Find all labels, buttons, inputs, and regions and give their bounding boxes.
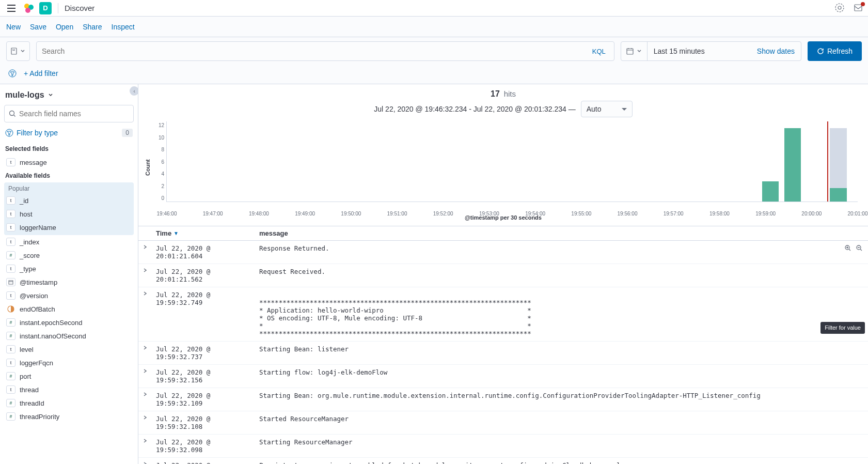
show-dates-link[interactable]: Show dates	[751, 47, 801, 55]
svg-rect-7	[627, 49, 633, 54]
newsfeed-icon[interactable]	[854, 3, 864, 13]
field-threadId[interactable]: #threadId	[4, 396, 134, 410]
date-quick-select[interactable]	[621, 42, 648, 60]
refresh-button[interactable]: Refresh	[808, 41, 862, 61]
cell-time: Jul 22, 2020 @ 19:59:32.109	[152, 388, 255, 411]
saved-query-picker[interactable]	[6, 41, 30, 61]
message-column-header[interactable]: message	[255, 226, 868, 241]
expand-row-toggle[interactable]	[138, 287, 152, 342]
table-row[interactable]: Jul 22, 2020 @ 20:01:21.604Response Retu…	[138, 241, 868, 264]
cell-message: Starting Bean: org.mule.runtime.module.e…	[255, 388, 868, 411]
add-filter-link[interactable]: + Add filter	[24, 69, 58, 78]
chart-bar[interactable]	[762, 181, 779, 202]
search-input[interactable]	[42, 47, 589, 55]
expand-row-toggle[interactable]	[138, 264, 152, 287]
cell-message: Starting flow: log4j-elk-demoFlow	[255, 365, 868, 388]
menu-open[interactable]: Open	[56, 23, 73, 31]
svg-rect-6	[11, 48, 17, 54]
cell-time: Jul 22, 2020 @ 19:59:32.749	[152, 287, 255, 342]
cell-time: Jul 22, 2020 @ 19:59:32.156	[152, 365, 255, 388]
table-row[interactable]: Jul 22, 2020 @ 19:59:32.108Started Resou…	[138, 411, 868, 435]
menubar: NewSaveOpenShareInspect	[0, 17, 868, 37]
svg-point-2	[25, 8, 30, 13]
field-_index[interactable]: t_index	[4, 235, 134, 249]
cell-message: Request Received.	[255, 264, 868, 287]
field-level[interactable]: tlevel	[4, 343, 134, 356]
menu-inspect[interactable]: Inspect	[112, 23, 135, 31]
table-row[interactable]: Jul 22, 2020 @ 19:59:32.156Starting flow…	[138, 365, 868, 388]
index-pattern-label: mule-logs	[5, 90, 44, 100]
expand-row-toggle[interactable]	[138, 411, 152, 435]
date-range-display[interactable]: Last 15 minutes	[648, 47, 751, 55]
filter-out-value-icon[interactable]	[856, 244, 864, 253]
cell-time: Jul 22, 2020 @ 19:59:32.098	[152, 435, 255, 458]
table-row[interactable]: Jul 22, 2020 @ 19:59:32.109Starting Bean…	[138, 388, 868, 411]
table-row[interactable]: Jul 22, 2020 @ 19:59:32.749 ************…	[138, 287, 868, 342]
cell-message: Starting ResourceManager	[255, 435, 868, 458]
expand-row-toggle[interactable]	[138, 435, 152, 458]
expand-row-toggle[interactable]	[138, 241, 152, 264]
menu-new[interactable]: New	[6, 23, 21, 31]
field-port[interactable]: #port	[4, 369, 134, 383]
popular-label: Popular	[4, 182, 134, 194]
filter-tooltip: Filter for value	[820, 322, 865, 334]
chart-bar[interactable]	[784, 128, 801, 202]
svg-point-9	[10, 111, 14, 116]
field-loggerFqcn[interactable]: tloggerFqcn	[4, 356, 134, 369]
field-@version[interactable]: t@version	[4, 289, 134, 302]
svg-rect-11	[9, 281, 13, 284]
field-@timestamp[interactable]: @timestamp	[4, 275, 134, 289]
field-search-input[interactable]	[19, 110, 129, 118]
expand-row-toggle[interactable]	[138, 388, 152, 411]
notification-dot	[861, 2, 865, 6]
field-loggerName[interactable]: tloggerName	[4, 221, 134, 234]
field-instant.epochSecond[interactable]: #instant.epochSecond	[4, 316, 134, 329]
cell-message: Started ResourceManager	[255, 411, 868, 435]
table-row[interactable]: Jul 22, 2020 @ 20:01:21.562Request Recei…	[138, 264, 868, 287]
app-title: Discover	[65, 4, 94, 12]
field-endOfBatch[interactable]: endOfBatch	[4, 302, 134, 316]
expand-row-toggle[interactable]	[138, 458, 152, 465]
filter-by-type-label: Filter by type	[17, 129, 58, 137]
expand-row-toggle[interactable]	[138, 342, 152, 365]
index-pattern-selector[interactable]: mule-logs	[4, 88, 134, 105]
table-row[interactable]: Jul 22, 2020 @ 19:59:32.068Persistent qu…	[138, 458, 868, 465]
filter-for-value-icon[interactable]	[844, 244, 853, 253]
filter-by-type-link[interactable]: Filter by type	[5, 129, 58, 137]
cell-time: Jul 22, 2020 @ 19:59:32.108	[152, 411, 255, 435]
interval-value: Auto	[587, 105, 602, 113]
cell-message: ****************************************…	[255, 287, 868, 342]
help-icon[interactable]	[835, 3, 845, 13]
filter-options-button[interactable]	[6, 67, 19, 80]
field-instant.nanoOfSecond[interactable]: #instant.nanoOfSecond	[4, 329, 134, 343]
field-threadPriority[interactable]: #threadPriority	[4, 410, 134, 423]
elastic-logo[interactable]	[23, 2, 35, 14]
cell-time: Jul 22, 2020 @ 19:59:32.737	[152, 342, 255, 365]
y-axis-label: Count	[144, 121, 152, 213]
expand-row-toggle[interactable]	[138, 365, 152, 388]
menu-save[interactable]: Save	[30, 23, 46, 31]
field-host[interactable]: thost	[4, 207, 134, 221]
table-row[interactable]: Jul 22, 2020 @ 19:59:32.098Starting Reso…	[138, 435, 868, 458]
chart-bar[interactable]	[830, 188, 846, 202]
cell-message: Starting Bean: listener	[255, 342, 868, 365]
kql-toggle[interactable]: KQL	[589, 48, 609, 55]
field-thread[interactable]: tthread	[4, 383, 134, 396]
hits-count: 17	[491, 89, 500, 98]
field-message[interactable]: tmessage	[4, 156, 134, 169]
field-_type[interactable]: t_type	[4, 262, 134, 275]
refresh-label: Refresh	[827, 47, 853, 55]
field-_id[interactable]: t_id	[4, 194, 134, 207]
hits-label: hits	[504, 89, 516, 98]
app-badge[interactable]: D	[39, 2, 52, 14]
collapse-sidebar-button[interactable]: ‹	[130, 86, 138, 96]
time-column-header[interactable]: Time ▼	[152, 226, 255, 241]
interval-select[interactable]: Auto	[581, 101, 633, 117]
nav-menu-button[interactable]	[4, 1, 19, 16]
field-_score[interactable]: #_score	[4, 249, 134, 262]
histogram-chart[interactable]: Count 121086420 19:46:0019:47:0019:48:00…	[138, 121, 868, 213]
svg-point-4	[838, 6, 841, 9]
menu-share[interactable]: Share	[83, 23, 102, 31]
table-row[interactable]: Jul 22, 2020 @ 19:59:32.737Starting Bean…	[138, 342, 868, 365]
search-icon	[9, 110, 16, 117]
